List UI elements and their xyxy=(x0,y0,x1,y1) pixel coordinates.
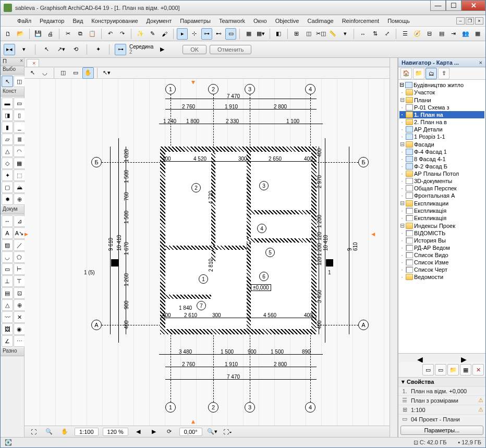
close-button[interactable]: ✕ xyxy=(461,1,485,11)
tree-item[interactable]: ·Експликація xyxy=(399,207,484,214)
snap-e-button[interactable]: ▭ xyxy=(225,28,236,40)
skylight-tool[interactable]: ◇ xyxy=(2,158,13,169)
tree-item[interactable]: ·АР Планы Потол xyxy=(399,170,484,177)
tab-close-icon[interactable]: × xyxy=(32,60,35,66)
window-tool[interactable]: ▯ xyxy=(14,110,25,121)
tree-item[interactable]: ·Список Черт xyxy=(399,266,484,273)
prop-btn-2[interactable]: ▭ xyxy=(435,364,446,376)
menu-objective[interactable]: Objective xyxy=(271,17,303,25)
cancel-button[interactable]: Отменить xyxy=(210,45,251,54)
palette-head-const[interactable]: Конст xyxy=(1,88,24,96)
opt-pick-2[interactable]: ↗▾ xyxy=(55,44,67,55)
menu-params[interactable]: Параметры xyxy=(176,17,215,25)
door-tool[interactable]: ◨ xyxy=(2,110,13,121)
rot-icon[interactable]: ⟳ xyxy=(164,426,175,438)
shell-tool[interactable]: ◠ xyxy=(14,146,25,157)
stair-tool[interactable]: ≣ xyxy=(14,134,25,145)
opt-mode-1[interactable]: ▸◂ xyxy=(4,44,15,55)
paste-button[interactable]: 📋 xyxy=(87,28,98,40)
pub-button[interactable]: ⇥ xyxy=(448,28,459,40)
zoom-window-button[interactable]: 🔍 xyxy=(43,426,55,438)
tree-item[interactable]: ·РД-АР Ведом xyxy=(399,244,484,251)
brush-button[interactable]: 🖌 xyxy=(159,28,170,40)
layers-button[interactable]: ☰ xyxy=(399,28,410,40)
org-button[interactable]: ⊟ xyxy=(424,28,435,40)
tree-item[interactable]: ⊟Плани xyxy=(399,96,484,104)
menu-file[interactable]: Файл xyxy=(13,17,35,25)
vs-a[interactable]: 🔍▾ xyxy=(206,426,218,438)
label-tool[interactable]: A↘ xyxy=(14,227,25,239)
view-tab[interactable]: × xyxy=(27,59,39,67)
prop-scale[interactable]: 1:100 xyxy=(411,407,476,413)
tree-item[interactable]: ·Участок xyxy=(399,89,484,96)
props-head[interactable]: Свойства xyxy=(407,379,434,385)
drawing-canvas[interactable]: ▾ ▾ ▾ ▾ 1 2 3 4 1 2 3 4 Б А xyxy=(25,79,390,426)
mini-5[interactable]: ✋ xyxy=(82,67,94,79)
menu-teamwork[interactable]: Teamwork xyxy=(215,17,249,25)
menu-view[interactable]: Вид xyxy=(68,17,87,25)
vs-b[interactable]: ⛶▾ xyxy=(222,426,234,438)
palette-head-sel[interactable]: Выбо xyxy=(1,66,24,75)
palette-head-p[interactable]: П× xyxy=(1,58,24,66)
undo-button[interactable]: ↶ xyxy=(105,28,116,40)
prop-layercomb[interactable]: План з розмірами xyxy=(411,397,476,404)
radial-tool[interactable]: ◉ xyxy=(14,323,25,335)
menu-editor[interactable]: Редактор xyxy=(35,17,68,25)
navigator-tree[interactable]: ⊟Будівництво житло ·Участок⊟Плани·Р-01 С… xyxy=(398,80,485,353)
roof-tool[interactable]: △ xyxy=(2,146,13,157)
open-button[interactable]: 📂 xyxy=(15,28,26,40)
worksheet-tool[interactable]: ▤ xyxy=(2,287,13,299)
print-button[interactable]: 🖨 xyxy=(45,28,56,40)
mini-2[interactable]: ◡ xyxy=(39,67,51,79)
pan-button[interactable]: ✋ xyxy=(59,426,70,438)
mini-1[interactable]: ↖ xyxy=(27,67,38,79)
tree-item[interactable]: ·История Вы xyxy=(399,237,484,244)
params-button[interactable]: Параметры... xyxy=(400,426,483,435)
fill-tool[interactable]: ▨ xyxy=(2,239,13,251)
level-tool[interactable]: ⊿ xyxy=(14,215,25,227)
opt-play[interactable]: ▶ xyxy=(156,44,168,55)
maximize-button[interactable]: ☐ xyxy=(446,1,461,11)
cut-button[interactable]: ✂ xyxy=(63,28,74,40)
sets-button[interactable]: ▤ xyxy=(436,28,447,40)
section-tool[interactable]: ⊢ xyxy=(14,263,25,275)
tree-root[interactable]: ⊟Будівництво житло xyxy=(399,81,484,89)
angle-tool[interactable]: ∠ xyxy=(2,335,13,347)
fig-tool[interactable]: 🖼 xyxy=(2,323,13,335)
wall2-tool[interactable]: ▭ xyxy=(14,98,25,109)
tree-item[interactable]: ·ВІДОМІСТЬ xyxy=(399,229,484,237)
menu-document[interactable]: Документ xyxy=(142,17,176,25)
t38[interactable]: ⋯ xyxy=(14,335,25,347)
tree-item[interactable]: ·3D-документы xyxy=(399,177,484,185)
tree-item[interactable]: ·1 Розріз 1-1 xyxy=(399,133,484,140)
tree-item[interactable]: ⊟Индексы Проек xyxy=(399,222,484,229)
prop-btn-1[interactable]: ▭ xyxy=(422,364,434,376)
tree-item[interactable]: ·Список Изме xyxy=(399,259,484,266)
marquee-tool[interactable]: ◫ xyxy=(14,76,25,87)
mdi-minimize[interactable]: – xyxy=(456,17,465,25)
mini-3[interactable]: ◫ xyxy=(57,67,69,79)
lamp-tool[interactable]: ✹ xyxy=(2,193,13,205)
angle-field[interactable]: 0,00° xyxy=(179,428,202,436)
nav-pub-button[interactable]: ⇪ xyxy=(438,68,449,79)
minimize-button[interactable]: — xyxy=(430,1,446,11)
navigator-close-icon[interactable]: × xyxy=(479,59,482,66)
grid-tool[interactable]: ⊕ xyxy=(14,299,25,311)
intelev-tool[interactable]: ⊤ xyxy=(14,275,25,287)
mdi-restore[interactable]: ❐ xyxy=(466,17,474,25)
palette-head-doc[interactable]: Докум xyxy=(1,206,24,214)
ruler-button[interactable]: 📏 xyxy=(327,28,338,40)
prop-penset[interactable]: 04 Проект - Плани xyxy=(411,416,483,422)
tree-item[interactable]: ·АР Детали xyxy=(399,126,484,133)
opt-pick-3[interactable]: ⟲ xyxy=(70,44,81,55)
opt-pick-4[interactable]: ✦ xyxy=(92,44,104,55)
menu-help[interactable]: Помощь xyxy=(383,17,414,25)
tw-button[interactable]: 👥 xyxy=(460,28,471,40)
ok-button[interactable]: OK xyxy=(183,45,206,54)
t17[interactable]: ⊕ xyxy=(14,193,25,205)
wall-tool[interactable]: ▬ xyxy=(2,98,13,109)
cw-tool[interactable]: ▦ xyxy=(14,158,25,169)
tree-item[interactable]: ·Ф-4 Фасад 1 xyxy=(399,148,484,155)
ortho-button[interactable]: ⊞ xyxy=(291,28,302,40)
object-tool[interactable]: ⬚ xyxy=(14,169,25,181)
